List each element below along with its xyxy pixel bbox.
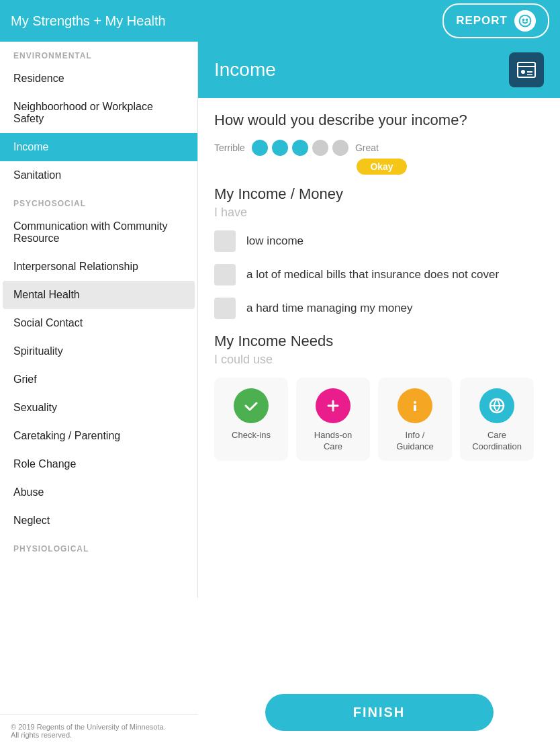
svg-point-9 (414, 401, 416, 404)
svg-point-4 (521, 70, 525, 74)
report-icon (514, 10, 536, 32)
checkbox-medical-bills-label: a lot of medical bills that insurance do… (246, 267, 499, 283)
rating-dot-5[interactable] (332, 140, 348, 156)
checkbox-managing-money-box[interactable] (214, 298, 236, 319)
sidebar-item-mental-health[interactable]: Mental Health (3, 281, 195, 309)
info-guidance-label: Info / Guidance (387, 430, 442, 453)
needs-title: My Income Needs (214, 333, 544, 350)
needs-card-check-ins[interactable]: Check-ins (214, 378, 288, 461)
report-button[interactable]: REPORT (442, 3, 549, 38)
sidebar-item-role-change[interactable]: Role Change (0, 450, 197, 478)
svg-point-1 (526, 19, 528, 21)
rating-dot-4[interactable] (312, 140, 328, 156)
rating-row: Terrible Great (214, 140, 544, 156)
needs-card-hands-on-care[interactable]: Hands-on Care (296, 378, 370, 461)
app-title: My Strengths + My Health (11, 13, 166, 29)
sidebar-item-income[interactable]: Income (0, 133, 197, 161)
hands-on-care-label: Hands-on Care (306, 430, 361, 453)
check-ins-icon (234, 388, 269, 423)
rating-dot-1[interactable] (252, 140, 268, 156)
rating-badge-row: Okay (220, 159, 544, 175)
sidebar-footer: © 2019 Regents of the University of Minn… (0, 714, 198, 747)
svg-rect-2 (518, 62, 535, 77)
checkbox-low-income: low income (214, 230, 544, 252)
income-question: How would you describe your income? (214, 112, 544, 129)
rating-dot-2[interactable] (272, 140, 288, 156)
checkbox-medical-bills: a lot of medical bills that insurance do… (214, 264, 544, 285)
needs-card-care-coordination[interactable]: Care Coordination (460, 378, 534, 461)
hands-on-care-icon (316, 388, 351, 423)
sidebar-item-caretaking[interactable]: Caretaking / Parenting (0, 422, 197, 450)
sidebar-section-psychosocial: PSYCHOSOCIAL (0, 189, 197, 212)
sidebar-section-physiological: PHYSIOLOGICAL (0, 535, 197, 558)
care-coordination-label: Care Coordination (469, 430, 524, 453)
app-header: My Strengths + My Health REPORT (0, 0, 560, 42)
content-header: Income (198, 42, 560, 98)
income-section-title: My Income / Money (214, 185, 544, 203)
content-body: How would you describe your income? Terr… (198, 98, 560, 683)
rating-badge: Okay (357, 159, 406, 175)
main-layout: ENVIRONMENTAL Residence Neighboorhood or… (0, 42, 560, 747)
income-section-subtitle: I have (214, 206, 544, 220)
content-title: Income (214, 59, 276, 81)
sidebar-item-social-contact[interactable]: Social Contact (0, 309, 197, 337)
checkbox-managing-money: a hard time managing my money (214, 298, 544, 319)
needs-subtitle: I could use (214, 353, 544, 367)
svg-rect-10 (414, 405, 416, 411)
checkbox-medical-bills-box[interactable] (214, 264, 236, 285)
content-icon (509, 52, 544, 87)
footer-line1: © 2019 Regents of the University of Minn… (11, 723, 187, 731)
sidebar-item-neighborhood[interactable]: Neighboorhood or Workplace Safety (0, 93, 197, 133)
report-label: REPORT (456, 14, 508, 28)
sidebar-item-sexuality[interactable]: Sexuality (0, 394, 197, 422)
rating-terrible-label: Terrible (214, 142, 245, 153)
sidebar-item-abuse[interactable]: Abuse (0, 478, 197, 507)
finish-button[interactable]: FINISH (265, 694, 494, 731)
needs-card-info-guidance[interactable]: Info / Guidance (378, 378, 452, 461)
rating-dot-3[interactable] (292, 140, 308, 156)
care-coordination-icon (479, 388, 514, 423)
svg-point-0 (523, 19, 524, 21)
sidebar-item-sanitation[interactable]: Sanitation (0, 161, 197, 189)
needs-cards: Check-ins Hands-on Care (214, 378, 544, 461)
sidebar-item-spirituality[interactable]: Spirituality (0, 337, 197, 365)
checkbox-low-income-label: low income (246, 233, 304, 249)
sidebar-item-residence[interactable]: Residence (0, 64, 197, 93)
sidebar-section-environmental: ENVIRONMENTAL (0, 42, 197, 64)
sidebar: ENVIRONMENTAL Residence Neighboorhood or… (0, 42, 198, 747)
finish-area: FINISH (198, 683, 560, 747)
sidebar-item-communication[interactable]: Communication with Community Resource (0, 212, 197, 253)
check-ins-label: Check-ins (232, 430, 271, 441)
content-area: Income How would you describe your incom… (198, 42, 560, 747)
sidebar-item-neglect[interactable]: Neglect (0, 507, 197, 535)
footer-line2: All rights reserved. (11, 731, 187, 739)
checkbox-low-income-box[interactable] (214, 230, 236, 252)
sidebar-item-interpersonal[interactable]: Interpersonal Relationship (0, 253, 197, 281)
checkbox-managing-money-label: a hard time managing my money (246, 300, 413, 316)
rating-great-label: Great (355, 142, 379, 153)
info-guidance-icon (398, 388, 432, 423)
sidebar-item-grief[interactable]: Grief (0, 365, 197, 394)
rating-dots (252, 140, 348, 156)
